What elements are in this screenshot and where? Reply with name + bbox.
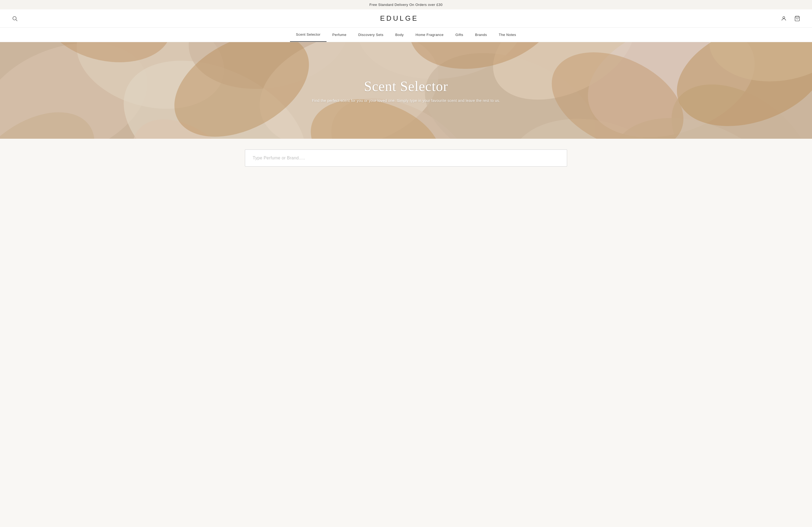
nav-item-body: Body — [389, 28, 410, 42]
search-icon — [12, 16, 18, 21]
nav-item-discovery-sets: Discovery Sets — [352, 28, 389, 42]
cart-button[interactable] — [793, 15, 801, 22]
announcement-bar: Free Standard Delivery On Orders over £3… — [0, 0, 812, 10]
account-icon — [781, 16, 787, 21]
announcement-text: Free Standard Delivery On Orders over £3… — [369, 3, 443, 7]
hero-content: Scent Selector Find the perfect scent fo… — [312, 78, 500, 103]
search-button[interactable] — [11, 15, 19, 22]
perfume-search-input[interactable] — [245, 150, 567, 166]
svg-point-0 — [13, 16, 16, 20]
svg-point-2 — [783, 16, 785, 18]
header-left-icons — [11, 15, 19, 22]
account-button[interactable] — [780, 15, 788, 22]
nav-item-scent-selector: Scent Selector — [290, 28, 327, 42]
nav-list: Scent Selector Perfume Discovery Sets Bo… — [0, 28, 812, 42]
main-content — [0, 177, 812, 258]
site-logo[interactable]: EDULGE — [380, 14, 419, 22]
nav-link-discovery-sets[interactable]: Discovery Sets — [352, 28, 389, 42]
main-nav: Scent Selector Perfume Discovery Sets Bo… — [0, 28, 812, 42]
header-right-icons — [780, 15, 801, 22]
svg-line-1 — [16, 19, 17, 21]
nav-item-home-fragrance: Home Fragrance — [410, 28, 450, 42]
search-container — [245, 149, 567, 167]
hero-section: Scent Selector Find the perfect scent fo… — [0, 42, 812, 139]
nav-item-brands: Brands — [469, 28, 493, 42]
hero-title: Scent Selector — [312, 78, 500, 94]
nav-item-perfume: Perfume — [327, 28, 352, 42]
header: EDULGE — [0, 10, 812, 28]
hero-subtitle: Find the perfect scent for you or your l… — [312, 99, 500, 103]
nav-link-gifts[interactable]: Gifts — [450, 28, 469, 42]
nav-item-the-notes: The Notes — [493, 28, 522, 42]
nav-item-gifts: Gifts — [450, 28, 469, 42]
cart-icon — [794, 16, 800, 21]
nav-link-home-fragrance[interactable]: Home Fragrance — [410, 28, 450, 42]
nav-link-perfume[interactable]: Perfume — [327, 28, 352, 42]
nav-link-brands[interactable]: Brands — [469, 28, 493, 42]
nav-link-scent-selector[interactable]: Scent Selector — [290, 28, 327, 42]
search-section — [0, 139, 812, 177]
nav-link-the-notes[interactable]: The Notes — [493, 28, 522, 42]
nav-link-body[interactable]: Body — [389, 28, 410, 42]
